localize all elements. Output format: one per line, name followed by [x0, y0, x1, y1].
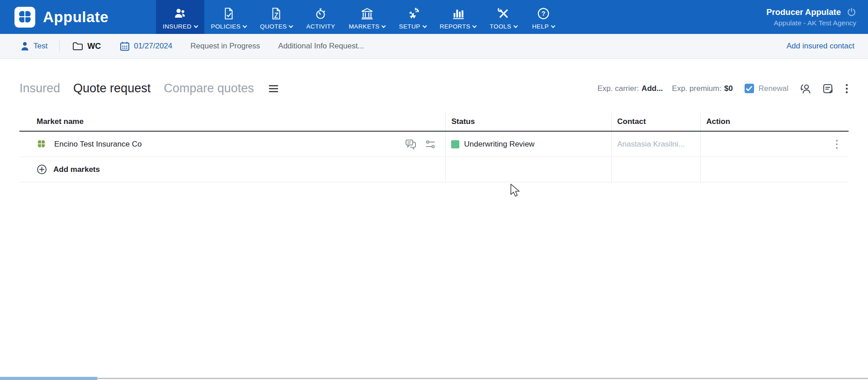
- add-markets-label: Add markets: [53, 165, 100, 174]
- nav-label: TOOLS: [490, 23, 511, 30]
- nav-label: REPORTS: [440, 23, 471, 30]
- table-row-add-markets: Add markets: [19, 157, 849, 182]
- status-cell: Underwriting Review: [445, 132, 611, 157]
- nav-item-tools[interactable]: TOOLS: [483, 0, 524, 34]
- column-header-action: Action: [700, 113, 849, 131]
- nav-item-markets[interactable]: MARKETS: [342, 0, 392, 34]
- nav-item-reports[interactable]: REPORTS: [433, 0, 483, 34]
- renewal-checkbox[interactable]: [745, 84, 754, 93]
- chevron-down-icon: [422, 24, 427, 28]
- column-header-status: Status: [445, 113, 611, 131]
- horizontal-scrollbar[interactable]: [0, 376, 868, 380]
- status-color-square: [451, 140, 459, 148]
- exp-carrier-label: Exp. carrier:: [597, 84, 639, 93]
- tab-compare-quotes[interactable]: Compare quotes: [164, 81, 254, 95]
- nav-item-help[interactable]: ? HELP: [524, 0, 563, 34]
- exp-premium-value[interactable]: $0: [724, 84, 733, 93]
- column-header-contact: Contact: [611, 113, 700, 131]
- empty-contact-cell: [611, 157, 700, 182]
- appulate-logo-icon: [14, 7, 35, 28]
- market-clover-icon: [37, 139, 46, 149]
- add-insured-contact-link[interactable]: Add insured contact: [787, 42, 854, 51]
- person-icon: [20, 41, 29, 51]
- assign-contact-icon[interactable]: [799, 83, 811, 95]
- tabs-menu-icon[interactable]: [268, 84, 279, 94]
- nav-item-setup[interactable]: SETUP: [392, 0, 433, 34]
- status-text: Underwriting Review: [464, 140, 534, 149]
- chevron-down-icon: [551, 24, 555, 28]
- nav-label: HELP: [532, 23, 549, 30]
- add-markets-button[interactable]: Add markets: [37, 164, 100, 175]
- market-name[interactable]: Encino Test Insurance Co: [54, 140, 142, 149]
- contact-cell[interactable]: Anastasia Krasilni...: [611, 132, 700, 157]
- contact-name[interactable]: Anastasia Krasilni...: [617, 140, 684, 149]
- logout-power-icon[interactable]: [847, 7, 856, 17]
- chevron-down-icon: [289, 24, 293, 28]
- chevron-down-icon: [382, 24, 386, 28]
- options-sliders-icon[interactable]: [425, 138, 436, 150]
- chevron-down-icon: [193, 24, 198, 28]
- user-name[interactable]: Producer Appulate: [766, 7, 841, 17]
- effective-date[interactable]: 01/27/2024: [120, 41, 172, 51]
- insured-context-bar: Test WC 01/27/2024 Request in Progress A…: [0, 34, 868, 59]
- tab-quote-request[interactable]: Quote request: [73, 81, 151, 95]
- lob-code: WC: [87, 42, 101, 51]
- nav-item-quotes[interactable]: QUOTES: [253, 0, 299, 34]
- add-markets-cell: Add markets: [19, 157, 445, 182]
- nav-label: MARKETS: [349, 23, 379, 30]
- chevron-down-icon: [472, 24, 477, 28]
- user-block: Producer Appulate Appulate - AK Test Age…: [766, 0, 868, 34]
- chevron-down-icon: [513, 24, 518, 28]
- table-header-row: Market name Status Contact Action: [19, 113, 849, 132]
- mouse-cursor: [510, 184, 522, 198]
- empty-action-cell: [700, 157, 849, 182]
- nav-label: QUOTES: [260, 23, 287, 30]
- nav-label: POLICIES: [211, 23, 241, 30]
- nav-label: INSURED: [163, 23, 192, 30]
- scrollbar-thumb[interactable]: [0, 377, 97, 380]
- workflow-status-text: Request in Progress: [190, 42, 260, 51]
- bank-icon: [360, 6, 374, 21]
- messages-icon[interactable]: [405, 138, 417, 150]
- workflow-substatus-text: Additional Info Request...: [278, 42, 364, 51]
- calendar-icon: [120, 41, 130, 51]
- bar-chart-icon: [452, 6, 464, 21]
- action-cell: [700, 132, 849, 157]
- svg-text:?: ?: [542, 10, 546, 17]
- insured-name-link[interactable]: Test: [20, 41, 47, 51]
- check-icon: [746, 86, 752, 91]
- market-name-cell: Encino Test Insurance Co: [19, 132, 445, 157]
- quote-document-icon: [270, 6, 282, 21]
- top-navigation-bar: Appulate INSURED POLICIES: [0, 0, 868, 34]
- users-icon: [173, 6, 187, 21]
- renewal-label: Renewal: [759, 84, 788, 93]
- main-menu: INSURED POLICIES QUOTES: [156, 0, 563, 34]
- row-kebab-icon[interactable]: [835, 138, 839, 150]
- page-tabs: Insured Quote request Compare quotes Exp…: [19, 81, 849, 95]
- tab-insured[interactable]: Insured: [19, 81, 60, 95]
- brand[interactable]: Appulate: [0, 0, 156, 34]
- line-of-business[interactable]: WC: [72, 42, 101, 51]
- workflow-substatus[interactable]: Additional Info Request...: [278, 42, 364, 51]
- clover-logo-icon: [17, 10, 33, 25]
- nav-label: ACTIVITY: [306, 23, 335, 30]
- column-header-market-name: Market name: [19, 113, 445, 131]
- markets-table: Market name Status Contact Action Encino…: [19, 113, 849, 182]
- workflow-status: Request in Progress: [190, 42, 260, 51]
- main-content: Insured Quote request Compare quotes Exp…: [0, 81, 868, 182]
- nav-item-insured[interactable]: INSURED: [156, 0, 204, 34]
- gears-icon: [406, 6, 419, 21]
- stopwatch-icon: [314, 6, 327, 21]
- insured-name: Test: [33, 42, 47, 51]
- empty-status-cell: [445, 157, 611, 182]
- nav-item-policies[interactable]: POLICIES: [204, 0, 253, 34]
- exp-carrier-value[interactable]: Add...: [642, 84, 663, 93]
- user-organization: Appulate - AK Test Agency: [774, 19, 856, 27]
- nav-item-activity[interactable]: ACTIVITY: [299, 0, 342, 34]
- more-options-kebab-icon[interactable]: [845, 83, 849, 95]
- chevron-down-icon: [243, 24, 247, 28]
- help-icon: ?: [537, 6, 550, 21]
- notes-icon[interactable]: [822, 83, 834, 95]
- divider: [59, 40, 60, 52]
- table-row-market: Encino Test Insurance Co: [19, 132, 849, 157]
